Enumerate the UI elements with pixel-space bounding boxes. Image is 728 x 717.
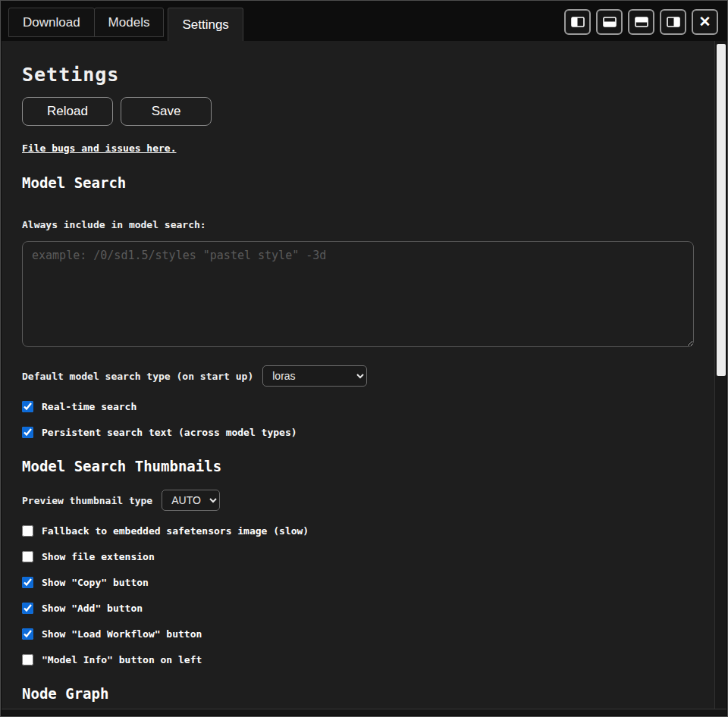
window-controls: ✕	[564, 8, 718, 41]
app-window: Download Models Settings	[0, 0, 728, 717]
dock-right-button[interactable]	[660, 9, 686, 35]
realtime-search-row[interactable]: Real-time search	[22, 401, 694, 412]
show-load-workflow-checkbox[interactable]	[22, 628, 33, 640]
default-search-type-row: Default model search type (on start up) …	[22, 365, 694, 387]
show-file-extension-label: Show file extension	[42, 551, 155, 562]
show-add-button-label: Show "Add" button	[42, 603, 143, 614]
save-button[interactable]: Save	[121, 97, 212, 126]
tab-models[interactable]: Models	[94, 8, 165, 37]
dock-bottom-button[interactable]	[596, 9, 623, 35]
reload-button[interactable]: Reload	[22, 97, 113, 126]
persistent-search-checkbox[interactable]	[22, 427, 33, 438]
realtime-search-checkbox[interactable]	[22, 401, 33, 412]
dock-left-button[interactable]	[564, 9, 591, 35]
preview-thumbnail-type-row: Preview thumbnail type AUTO	[22, 490, 694, 511]
fallback-safetensors-label: Fallback to embedded safetensors image (…	[42, 525, 309, 537]
show-copy-button-row[interactable]: Show "Copy" button	[22, 577, 694, 588]
file-bugs-link[interactable]: File bugs and issues here.	[22, 142, 177, 154]
dock-bottom-icon	[603, 17, 617, 27]
horizontal-scrollbar-track[interactable]	[2, 709, 714, 715]
show-load-workflow-label: Show "Load Workflow" button	[42, 628, 202, 640]
model-search-heading: Model Search	[22, 174, 694, 191]
always-include-label: Always include in model search:	[22, 219, 694, 230]
tab-bar: Download Models Settings	[1, 1, 727, 41]
show-file-extension-row[interactable]: Show file extension	[22, 551, 694, 562]
thumbnails-heading: Model Search Thumbnails	[22, 458, 694, 474]
tab-settings[interactable]: Settings	[168, 8, 243, 41]
show-load-workflow-row[interactable]: Show "Load Workflow" button	[22, 628, 694, 640]
default-search-type-select[interactable]: loras	[262, 365, 367, 387]
show-copy-button-checkbox[interactable]	[22, 577, 33, 588]
default-search-type-label: Default model search type (on start up)	[22, 371, 253, 382]
fallback-safetensors-checkbox[interactable]	[22, 525, 33, 537]
show-file-extension-checkbox[interactable]	[22, 551, 33, 562]
tab-download[interactable]: Download	[8, 8, 95, 37]
persistent-search-label: Persistent search text (across model typ…	[42, 427, 297, 438]
model-info-left-checkbox[interactable]	[22, 654, 33, 665]
close-icon: ✕	[699, 13, 711, 30]
action-buttons: Reload Save	[22, 97, 694, 126]
dock-top-button[interactable]	[628, 9, 654, 35]
scrollbar-corner	[714, 709, 726, 715]
show-add-button-checkbox[interactable]	[22, 603, 33, 614]
fallback-safetensors-row[interactable]: Fallback to embedded safetensors image (…	[22, 525, 694, 537]
show-add-button-row[interactable]: Show "Add" button	[22, 603, 694, 614]
tabs: Download Models Settings	[8, 8, 243, 41]
show-copy-button-label: Show "Copy" button	[42, 577, 149, 588]
model-info-left-label: "Model Info" button on left	[42, 654, 202, 665]
page-title: Settings	[22, 64, 694, 86]
dock-right-icon	[667, 17, 680, 27]
preview-thumbnail-type-label: Preview thumbnail type	[22, 495, 152, 506]
settings-panel: Settings Reload Save File bugs and issue…	[2, 41, 714, 709]
realtime-search-label: Real-time search	[42, 401, 136, 412]
vertical-scrollbar-thumb[interactable]	[717, 44, 726, 376]
dock-left-icon	[571, 17, 585, 27]
always-include-textarea[interactable]	[22, 241, 694, 347]
dock-top-icon	[635, 17, 648, 27]
node-graph-heading: Node Graph	[22, 685, 694, 702]
close-button[interactable]: ✕	[692, 9, 718, 35]
preview-thumbnail-type-select[interactable]: AUTO	[162, 490, 220, 511]
vertical-scrollbar-track[interactable]	[714, 41, 726, 709]
persistent-search-row[interactable]: Persistent search text (across model typ…	[22, 427, 694, 438]
model-info-left-row[interactable]: "Model Info" button on left	[22, 654, 694, 665]
